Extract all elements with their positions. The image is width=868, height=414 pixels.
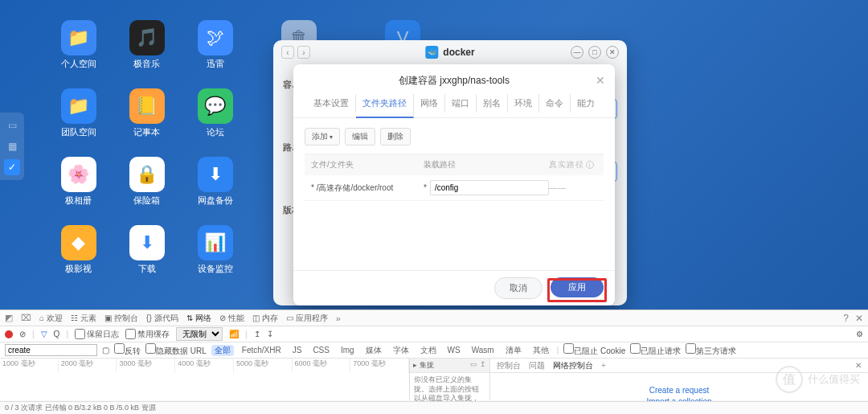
type-chip[interactable]: 媒体 (362, 345, 385, 356)
type-chip[interactable]: 清单 (502, 345, 525, 356)
edit-button[interactable]: 编辑 (345, 128, 375, 146)
invert[interactable]: 反转 (114, 343, 141, 357)
upload-icon[interactable]: ↥ (254, 330, 260, 338)
modal-tabs: 基本设置 文件夹路径 网络 端口 别名 环境 命令 能力 (293, 94, 615, 118)
nav-back[interactable]: ‹ (281, 46, 294, 59)
disable-cache[interactable]: 禁用缓存 (125, 329, 170, 340)
icon-video[interactable]: ◆极影视 (44, 225, 113, 289)
type-chip[interactable]: Fetch/XHR (239, 346, 285, 355)
network-timeline[interactable]: 1000 毫秒2000 毫秒3000 毫秒 4000 毫秒5000 毫秒6000… (0, 359, 410, 400)
window-close[interactable]: ✕ (606, 46, 619, 59)
window-titlebar: ‹ › 🐳docker — □ ✕ (273, 40, 627, 64)
tab-network[interactable]: ⇅网络 (186, 313, 211, 324)
type-chip[interactable]: 其他 (530, 345, 552, 356)
type-all[interactable]: 全部 (211, 345, 234, 356)
rtab-netconsole[interactable]: 网络控制台 (553, 360, 593, 371)
devtools-tabs: ◩ ⌧ ⌂欢迎 ☷元素 ▣控制台 {}源代码 ⇅网络 ⊘性能 ◫内存 ▭应用程序… (0, 310, 868, 326)
desktop-icons-grid: 📁个人空间 🎵极音乐 🕊迅雷 📁团队空间 📒记事本 💬论坛 🌸极相册 🔒保险箱 … (44, 20, 249, 289)
col-mount: 装载路径 (424, 159, 549, 170)
section-collections[interactable]: ▸ 集拢▭ ↥ (410, 359, 489, 373)
add-button[interactable]: 添加 (305, 128, 340, 146)
download-icon[interactable]: ↧ (267, 330, 273, 338)
nav-buttons: ‹ › (281, 46, 310, 59)
throttle-select[interactable]: 无限制 (176, 327, 223, 341)
tab-network[interactable]: 网络 (414, 94, 445, 113)
clear-icon[interactable]: ⊘ (19, 330, 26, 338)
icon-forum[interactable]: 💬论坛 (181, 88, 249, 153)
type-chip[interactable]: CSS (309, 346, 333, 355)
status-bar: 0 / 3 次请求 已传输 0 B/3.2 kB 0 B /5.0 kB 资源 (0, 401, 868, 414)
rtab-console[interactable]: 控制台 (497, 360, 521, 371)
blocked-req[interactable]: 已阻止请求 (630, 343, 681, 357)
icon-monitor[interactable]: 📊设备监控 (181, 225, 249, 289)
type-chip[interactable]: WS (444, 346, 464, 355)
mount-path-input[interactable] (430, 180, 549, 195)
table-row[interactable]: * /高速存储/docker/root * —— (305, 175, 604, 201)
hide-data-urls[interactable]: 隐藏数据 URL (145, 343, 207, 357)
window-title: docker (443, 47, 474, 58)
window-min[interactable]: — (571, 46, 583, 59)
settings-gear-icon[interactable]: ⚙ (856, 330, 863, 338)
tab-elements[interactable]: ☷元素 (71, 313, 96, 324)
tab-application[interactable]: ▭应用程序 (286, 313, 328, 324)
device-icon[interactable]: ⌧ (21, 313, 31, 323)
tab-env[interactable]: 环境 (508, 94, 539, 113)
tab-alias[interactable]: 别名 (477, 94, 508, 113)
tab-capability[interactable]: 能力 (571, 94, 601, 113)
regex-icon[interactable]: ▢ (102, 346, 109, 355)
search-icon[interactable]: Q (54, 330, 60, 338)
add-tab[interactable]: + (601, 361, 606, 370)
tab-performance[interactable]: ⊘性能 (219, 313, 244, 324)
icon-notes[interactable]: 📒记事本 (113, 88, 181, 153)
network-toolbar: ⊘ | ▽ Q | 保留日志 禁用缓存 无限制 📶 | ↥ ↧ ⚙ (0, 326, 868, 342)
tab-basic[interactable]: 基本设置 (307, 94, 356, 113)
tab-console[interactable]: ▣控制台 (104, 313, 138, 324)
icon-cloud-backup[interactable]: ⬇网盘备份 (181, 157, 249, 221)
type-chip[interactable]: Img (338, 346, 358, 355)
icon-safe[interactable]: 🔒保险箱 (113, 157, 181, 221)
cancel-button[interactable]: 取消 (494, 277, 542, 299)
info-icon[interactable]: i (586, 161, 594, 169)
type-chip[interactable]: 文档 (417, 345, 440, 356)
more-tabs[interactable]: » (336, 314, 341, 323)
icon-personal-space[interactable]: 📁个人空间 (44, 20, 113, 84)
record-icon[interactable] (5, 330, 13, 338)
dock-item[interactable]: ▭ (4, 117, 20, 133)
icon-downloads[interactable]: ⬇下载 (113, 225, 181, 289)
modal-title: 创建容器 jxxghp/nas-tools ✕ (293, 64, 615, 94)
blocked-cookie[interactable]: 已阻止 Cookie (563, 343, 625, 357)
icon-team-space[interactable]: 📁团队空间 (44, 88, 113, 153)
tab-welcome[interactable]: ⌂欢迎 (39, 313, 63, 324)
filter-icon[interactable]: ▽ (41, 330, 47, 338)
icon-music[interactable]: 🎵极音乐 (113, 20, 181, 84)
create-container-modal: 创建容器 jxxghp/nas-tools ✕ 基本设置 文件夹路径 网络 端口… (293, 64, 615, 305)
docker-logo-icon: 🐳 (425, 46, 438, 59)
apply-button[interactable]: 应用 (551, 277, 604, 297)
tab-memory[interactable]: ◫内存 (252, 313, 278, 324)
third-party[interactable]: 第三方请求 (686, 343, 736, 357)
icon-album[interactable]: 🌸极相册 (44, 157, 113, 221)
tab-port[interactable]: 端口 (445, 94, 477, 113)
window-max[interactable]: □ (588, 46, 601, 59)
inspect-icon[interactable]: ◩ (5, 313, 13, 323)
delete-button[interactable]: 删除 (380, 128, 411, 146)
close-icon[interactable]: ✕ (596, 74, 605, 87)
dock-item[interactable]: ▦ (4, 138, 20, 154)
keep-log[interactable]: 保留日志 (75, 329, 119, 340)
type-chip[interactable]: Wasm (469, 346, 497, 355)
rtab-issues[interactable]: 问题 (529, 360, 545, 371)
wifi-icon[interactable]: 📶 (229, 330, 239, 338)
tab-folder-path[interactable]: 文件夹路径 (356, 94, 414, 118)
close-devtools[interactable]: ✕ (855, 313, 863, 324)
create-request-link[interactable]: Create a request (649, 386, 710, 395)
filter-input[interactable] (5, 344, 97, 356)
type-chip[interactable]: 字体 (390, 345, 412, 356)
tab-cmd[interactable]: 命令 (539, 94, 571, 113)
col-real: 真实路径i (549, 159, 597, 170)
nav-forward[interactable]: › (297, 46, 310, 59)
type-chip[interactable]: JS (289, 346, 305, 355)
dock-item[interactable]: ✓ (4, 159, 20, 175)
help-icon[interactable]: ? (843, 313, 849, 324)
tab-sources[interactable]: {}源代码 (146, 313, 178, 324)
icon-xunlei[interactable]: 🕊迅雷 (181, 20, 249, 84)
